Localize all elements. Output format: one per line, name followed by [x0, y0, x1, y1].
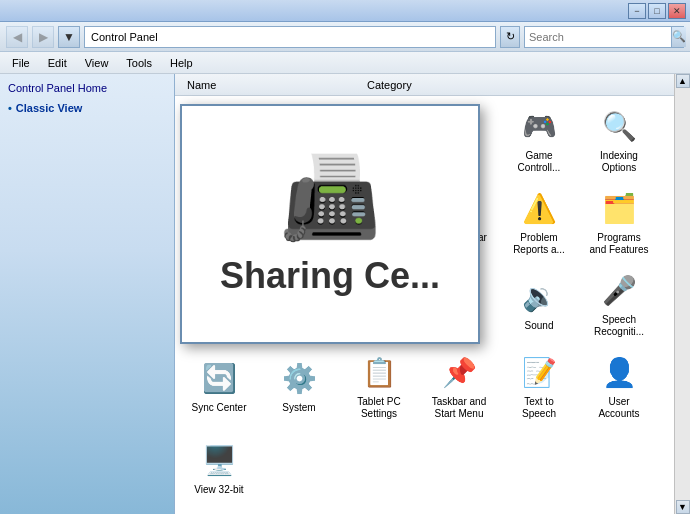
icon-item-view-32bit[interactable]: View 32-bit [179, 428, 259, 508]
programs-features-icon [599, 188, 639, 228]
taskbar-icon [439, 352, 479, 392]
speech-label: Speech Recogniti... [594, 314, 644, 338]
titlebar: − □ ✕ [0, 0, 690, 22]
icon-item-text-to-speech[interactable]: Text to Speech [499, 346, 579, 426]
column-headers: Name Category [175, 74, 674, 96]
taskbar-label: Taskbar and Start Menu [432, 396, 486, 420]
system-label: System [282, 402, 315, 414]
main-area: Control Panel Home • Classic View Name C… [0, 74, 690, 514]
icon-item-tablet-pc[interactable]: Tablet PC Settings [339, 346, 419, 426]
icon-item-indexing[interactable]: Indexing Options [579, 100, 659, 180]
phone-fax-icon: 📠 [280, 151, 380, 245]
programs-features-label: Programs and Features [590, 232, 649, 256]
dropdown-button[interactable]: ▼ [58, 26, 80, 48]
icon-item-sound[interactable]: Sound [499, 264, 579, 344]
minimize-button[interactable]: − [628, 3, 646, 19]
path-text: Control Panel [91, 31, 158, 43]
indexing-icon [599, 106, 639, 146]
view-32bit-icon [199, 440, 239, 480]
problem-reports-label: Problem Reports a... [513, 232, 565, 256]
icon-item-programs-features[interactable]: Programs and Features [579, 182, 659, 262]
scroll-up-button[interactable]: ▲ [676, 74, 690, 88]
forward-button[interactable]: ▶ [32, 26, 54, 48]
menu-edit[interactable]: Edit [40, 55, 75, 71]
titlebar-buttons: − □ ✕ [628, 3, 686, 19]
popup-title: Sharing Ce... [220, 255, 440, 297]
address-path[interactable]: Control Panel [84, 26, 496, 48]
bullet-icon: • [8, 102, 12, 114]
close-button[interactable]: ✕ [668, 3, 686, 19]
icon-item-sync-center[interactable]: Sync Center [179, 346, 259, 426]
tablet-pc-label: Tablet PC Settings [357, 396, 400, 420]
game-controllers-label: Game Controll... [518, 150, 561, 174]
back-button[interactable]: ◀ [6, 26, 28, 48]
text-to-speech-label: Text to Speech [522, 396, 556, 420]
addressbar: ◀ ▶ ▼ Control Panel ↻ 🔍 [0, 22, 690, 52]
sync-center-icon [199, 358, 239, 398]
icon-item-game-controllers[interactable]: Game Controll... [499, 100, 579, 180]
speech-icon [599, 270, 639, 310]
search-input[interactable] [525, 31, 671, 43]
menubar: File Edit View Tools Help [0, 52, 690, 74]
system-icon [279, 358, 319, 398]
view-32bit-label: View 32-bit [194, 484, 243, 496]
maximize-button[interactable]: □ [648, 3, 666, 19]
tablet-pc-icon [359, 352, 399, 392]
search-icon-button[interactable]: 🔍 [671, 27, 686, 47]
search-box: 🔍 [524, 26, 684, 48]
sound-label: Sound [525, 320, 554, 332]
indexing-label: Indexing Options [600, 150, 638, 174]
icon-item-user-accounts[interactable]: User Accounts [579, 346, 659, 426]
menu-tools[interactable]: Tools [118, 55, 160, 71]
content-panel: Name Category 📠 Sharing Ce... Device Man… [175, 74, 674, 514]
menu-view[interactable]: View [77, 55, 117, 71]
problem-reports-icon [519, 188, 559, 228]
sound-icon [519, 276, 559, 316]
scrollbar[interactable]: ▲ ▼ [674, 74, 690, 514]
sharing-center-popup[interactable]: 📠 Sharing Ce... [180, 104, 480, 344]
sidebar: Control Panel Home • Classic View [0, 74, 175, 514]
menu-file[interactable]: File [4, 55, 38, 71]
sidebar-classic-view[interactable]: • Classic View [8, 102, 166, 114]
refresh-button[interactable]: ↻ [500, 26, 520, 48]
icon-item-problem-reports[interactable]: Problem Reports a... [499, 182, 579, 262]
text-to-speech-icon [519, 352, 559, 392]
column-name[interactable]: Name [179, 79, 359, 91]
icon-item-speech[interactable]: Speech Recogniti... [579, 264, 659, 344]
icon-item-system[interactable]: System [259, 346, 339, 426]
icon-item-taskbar[interactable]: Taskbar and Start Menu [419, 346, 499, 426]
user-accounts-label: User Accounts [598, 396, 639, 420]
column-category[interactable]: Category [359, 79, 670, 91]
sidebar-home-link[interactable]: Control Panel Home [8, 82, 166, 94]
game-controllers-icon [519, 106, 559, 146]
menu-help[interactable]: Help [162, 55, 201, 71]
user-accounts-icon [599, 352, 639, 392]
scroll-down-button[interactable]: ▼ [676, 500, 690, 514]
sync-center-label: Sync Center [191, 402, 246, 414]
